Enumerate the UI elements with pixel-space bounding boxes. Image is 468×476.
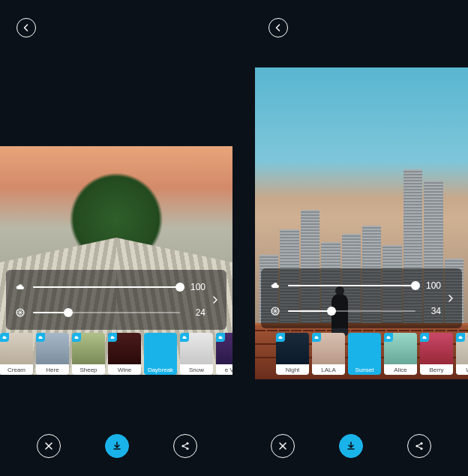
filter-thumbnail [0, 333, 33, 364]
filter-label: Walk [456, 364, 468, 375]
cloud-badge-icon [36, 333, 45, 342]
slider-value: 100 [186, 282, 206, 292]
close-icon [44, 442, 53, 451]
cloud-badge-icon [0, 333, 9, 342]
slider-thumb[interactable] [64, 308, 73, 317]
slider-row-aperture: 34 [268, 304, 441, 318]
filter-label: Wine [108, 364, 141, 375]
slider-value: 24 [186, 307, 206, 318]
filter-item[interactable]: Snow [180, 333, 213, 375]
arrow-left-icon [274, 23, 283, 32]
filter-item[interactable]: Daybreak [144, 333, 177, 375]
expand-button[interactable] [444, 292, 458, 305]
slider-fill [288, 285, 416, 286]
cloud-icon [268, 279, 282, 292]
close-icon [278, 442, 287, 451]
filter-item[interactable]: Berry [420, 333, 453, 375]
filter-thumbnail [36, 333, 69, 364]
filter-thumbnail [108, 333, 141, 364]
filter-strip[interactable]: CreamHereSheepWineDaybreakSnowe Viet [0, 333, 232, 375]
cloud-badge-icon [456, 333, 465, 342]
slider-thumb[interactable] [327, 307, 336, 316]
filter-label: Sheep [72, 364, 105, 375]
slider-thumb[interactable] [176, 283, 184, 292]
bottom-bar [0, 434, 234, 458]
slider-fill [33, 286, 180, 288]
share-button[interactable] [173, 434, 197, 458]
filter-thumbnail [420, 333, 453, 364]
filter-thumbnail [72, 333, 105, 364]
download-icon [112, 441, 122, 451]
editor-screen-right: 100 34 NightLALASunsetAliceBerryWalk [234, 0, 468, 476]
filter-label: LALA [312, 364, 345, 375]
cloud-badge-icon [216, 333, 225, 342]
editor-screen-left: 100 24 CreamHereSheepWineDaybreakSnowe V… [0, 0, 234, 476]
filter-label: Alice [384, 364, 417, 375]
filter-thumbnail [348, 333, 381, 364]
cloud-badge-icon [312, 333, 321, 342]
back-button[interactable] [16, 18, 36, 37]
slider-row-aperture: 24 [14, 306, 206, 319]
filter-item[interactable]: Sunset [348, 333, 381, 375]
filter-thumbnail [312, 333, 345, 364]
filter-label: Snow [180, 364, 213, 375]
cloud-badge-icon [108, 333, 117, 342]
chevron-right-icon [212, 295, 219, 305]
filter-label: Night [276, 364, 309, 375]
cancel-button[interactable] [37, 434, 61, 458]
filter-thumbnail [456, 333, 468, 364]
arrow-left-icon [22, 23, 31, 32]
cloud-badge-icon [72, 333, 81, 342]
expand-button[interactable] [208, 293, 222, 307]
slider-value: 34 [422, 306, 441, 316]
filter-thumbnail [180, 333, 213, 364]
adjust-overlay: 100 34 [261, 268, 462, 328]
filter-thumbnail [216, 333, 232, 364]
filter-label: Cream [0, 364, 33, 375]
filter-item[interactable]: Here [36, 333, 69, 375]
slider-thumb[interactable] [411, 281, 420, 290]
back-button[interactable] [268, 18, 288, 37]
cloud-badge-icon [420, 333, 429, 342]
filter-item[interactable]: Sheep [72, 333, 105, 375]
filter-item[interactable]: Wine [108, 333, 141, 375]
slider-fill [288, 310, 332, 312]
filter-label: Sunset [348, 364, 381, 375]
filter-item[interactable]: e Viet [216, 333, 232, 375]
slider-intensity[interactable] [33, 286, 180, 288]
cloud-badge-icon [180, 333, 189, 342]
chevron-right-icon [447, 293, 454, 304]
share-icon [414, 441, 424, 451]
slider-row-intensity: 100 [268, 279, 441, 292]
slider-row-intensity: 100 [14, 280, 206, 294]
photo-preview: 100 24 CreamHereSheepWineDaybreakSnowe V… [0, 146, 232, 375]
cloud-icon [14, 280, 27, 294]
download-button[interactable] [339, 434, 363, 458]
download-icon [346, 441, 356, 451]
slider-aperture[interactable] [288, 310, 416, 312]
filter-item[interactable]: Cream [0, 333, 33, 375]
photo-preview: 100 34 NightLALASunsetAliceBerryWalk [255, 67, 468, 379]
filter-item[interactable]: Alice [384, 333, 417, 375]
bottom-bar [234, 434, 468, 458]
filter-item[interactable]: Walk [456, 333, 468, 375]
filter-label: Daybreak [144, 364, 177, 375]
filter-thumbnail [276, 333, 309, 364]
slider-intensity[interactable] [288, 285, 416, 286]
cancel-button[interactable] [271, 434, 295, 458]
filter-label: Berry [420, 364, 453, 375]
filter-item[interactable]: Night [276, 333, 309, 375]
filter-strip[interactable]: NightLALASunsetAliceBerryWalk [276, 333, 468, 375]
aperture-icon [268, 304, 282, 318]
cloud-badge-icon [276, 333, 285, 342]
slider-value: 100 [422, 280, 441, 291]
download-button[interactable] [105, 434, 129, 458]
slider-aperture[interactable] [33, 312, 180, 313]
share-button[interactable] [407, 434, 431, 458]
filter-thumbnail [144, 333, 177, 364]
filter-label: Here [36, 364, 69, 375]
adjust-overlay: 100 24 [6, 270, 226, 330]
aperture-icon [14, 306, 27, 319]
filter-label: e Viet [216, 364, 232, 375]
filter-item[interactable]: LALA [312, 333, 345, 375]
